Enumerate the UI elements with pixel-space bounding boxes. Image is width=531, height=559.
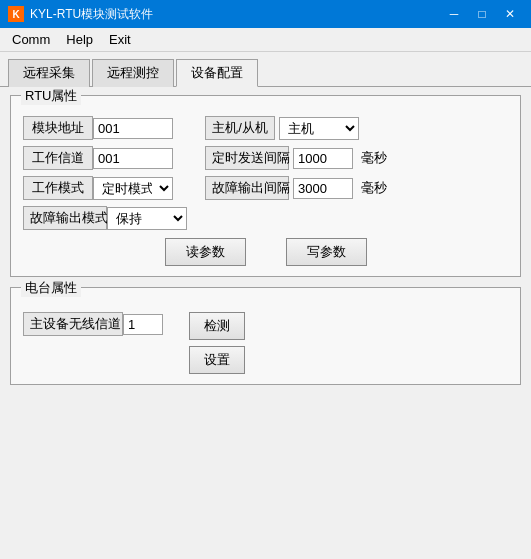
- module-addr-label: 模块地址: [23, 116, 93, 140]
- title-bar: K KYL-RTU模块测试软件 ─ □ ✕: [0, 0, 531, 28]
- master-slave-select[interactable]: 主机 从机: [279, 117, 359, 140]
- module-addr-input[interactable]: [93, 118, 173, 139]
- read-param-button[interactable]: 读参数: [165, 238, 246, 266]
- work-mode-label: 工作模式: [23, 176, 93, 200]
- work-mode-select[interactable]: 定时模式 触发模式 连续模式: [93, 177, 173, 200]
- write-param-button[interactable]: 写参数: [286, 238, 367, 266]
- rtu-group: RTU属性 模块地址 主机/从机 主机 从机 工作信道 定时: [10, 95, 521, 277]
- main-channel-label: 主设备无线信道: [23, 312, 123, 336]
- fault-output-mode-label: 故障输出模式: [23, 206, 107, 230]
- tabs-bar: 远程采集 远程测控 设备配置: [0, 52, 531, 86]
- minimize-button[interactable]: ─: [441, 4, 467, 24]
- timed-send-label: 定时发送间隔: [205, 146, 289, 170]
- title-bar-text: KYL-RTU模块测试软件: [30, 6, 441, 23]
- fault-interval-label: 故障输出间隔: [205, 176, 289, 200]
- timed-send-unit: 毫秒: [361, 149, 387, 167]
- menu-bar: Comm Help Exit: [0, 28, 531, 52]
- menu-exit[interactable]: Exit: [101, 30, 139, 49]
- menu-help[interactable]: Help: [58, 30, 101, 49]
- window-controls: ─ □ ✕: [441, 4, 523, 24]
- work-channel-label: 工作信道: [23, 146, 93, 170]
- timed-send-input[interactable]: [293, 148, 353, 169]
- tab-remote-collect[interactable]: 远程采集: [8, 59, 90, 87]
- close-button[interactable]: ✕: [497, 4, 523, 24]
- radio-group: 电台属性 主设备无线信道 检测 设置: [10, 287, 521, 385]
- tab-device-config[interactable]: 设备配置: [176, 59, 258, 87]
- main-channel-input[interactable]: [123, 314, 163, 335]
- rtu-group-title: RTU属性: [21, 87, 81, 105]
- fault-interval-input[interactable]: [293, 178, 353, 199]
- maximize-button[interactable]: □: [469, 4, 495, 24]
- set-button[interactable]: 设置: [189, 346, 245, 374]
- detect-button[interactable]: 检测: [189, 312, 245, 340]
- radio-group-title: 电台属性: [21, 279, 81, 297]
- menu-comm[interactable]: Comm: [4, 30, 58, 49]
- app-icon: K: [8, 6, 24, 22]
- content-area: RTU属性 模块地址 主机/从机 主机 从机 工作信道 定时: [0, 86, 531, 403]
- fault-output-mode-select[interactable]: 保持 清零 置位: [107, 207, 187, 230]
- fault-interval-unit: 毫秒: [361, 179, 387, 197]
- rtu-btn-row: 读参数 写参数: [23, 238, 508, 266]
- tab-remote-control[interactable]: 远程测控: [92, 59, 174, 87]
- work-channel-input[interactable]: [93, 148, 173, 169]
- master-slave-label: 主机/从机: [205, 116, 275, 140]
